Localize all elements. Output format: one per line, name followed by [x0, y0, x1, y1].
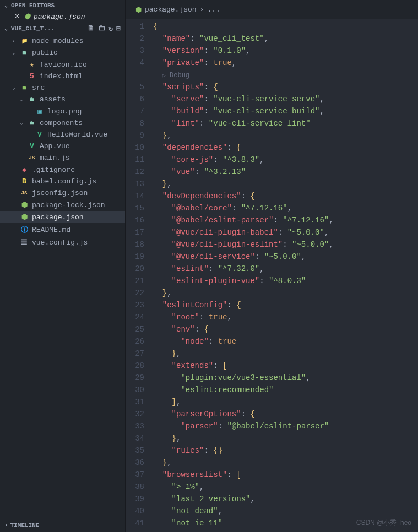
ic-vue-icon: V	[28, 142, 36, 150]
tree-item[interactable]: VHelloWorld.vue	[0, 129, 125, 140]
line-gutter: 1234567891011121314151617181920212223242…	[126, 19, 153, 532]
chevron-icon: ⌄	[11, 50, 17, 56]
tree-item[interactable]: Bbabel.config.js	[0, 176, 125, 187]
ic-folder-icon: 📁	[20, 38, 29, 44]
ic-folder-icon: 🖿	[28, 96, 36, 102]
sidebar: ⌄ OPEN EDITORS × ⬢ package.json ⌄ VUE_CL…	[0, 0, 126, 532]
tree-item[interactable]: ◆.gitignore	[0, 164, 125, 176]
tree-item-label: index.html	[40, 72, 83, 80]
breadcrumb-rest[interactable]: ...	[207, 6, 220, 14]
open-editor-item[interactable]: × ⬢ package.json	[0, 11, 125, 22]
watermark: CSDN @小秀_heo	[356, 518, 411, 528]
chevron-icon: ⌄	[11, 85, 17, 91]
tree-item[interactable]: JSjsconfig.json	[0, 187, 125, 199]
close-icon[interactable]: ×	[13, 12, 21, 21]
tree-item[interactable]: ☰vue.config.js	[0, 236, 125, 248]
ic-npm-icon: ⬢	[20, 200, 29, 209]
tree-item-label: .gitignore	[32, 166, 75, 174]
explorer-title: VUE_CLI_T...	[11, 25, 88, 32]
tree-item-label: assets	[40, 95, 66, 104]
ic-conf-icon: ☰	[20, 238, 29, 247]
ic-src-icon: 🖿	[20, 85, 29, 91]
tree-item-label: logo.png	[47, 107, 82, 116]
tree-item-label: package.json	[32, 213, 84, 221]
refresh-icon[interactable]: ↻	[108, 24, 113, 33]
tree-item[interactable]: ⌄🖿assets	[0, 94, 125, 105]
ic-png-icon: ▣	[35, 107, 44, 116]
ic-folder-icon: 🖿	[20, 50, 29, 56]
tree-item-label: public	[32, 48, 58, 57]
tree-item-label: babel.config.js	[32, 177, 96, 186]
tree-item[interactable]: ⌄🖿public	[0, 47, 125, 58]
tree-item-label: vue.config.js	[32, 238, 88, 247]
open-editors-header[interactable]: ⌄ OPEN EDITORS	[0, 0, 125, 11]
tree-item-label: components	[40, 119, 83, 127]
ic-json2-icon: JS	[20, 191, 29, 196]
tree-item-label: main.js	[40, 154, 70, 162]
new-file-icon[interactable]: 🗎	[88, 24, 95, 33]
tree-item[interactable]: ⌄🖿components	[0, 117, 125, 129]
explorer-header[interactable]: ⌄ VUE_CLI_T... 🗎 🗀 ↻ ⊟	[0, 22, 125, 35]
ic-html-icon: 5	[28, 72, 36, 80]
ic-babel-icon: B	[20, 177, 29, 186]
ic-git-icon: ◆	[20, 165, 29, 174]
tree-item[interactable]: ⬢package-lock.json	[0, 199, 125, 211]
tree-item[interactable]: 5index.html	[0, 70, 125, 82]
tab-label: package.json	[145, 6, 197, 14]
code-editor[interactable]: 1234567891011121314151617181920212223242…	[126, 19, 418, 532]
tree-item-label: README.md	[32, 226, 70, 234]
tree-item[interactable]: ★favicon.ico	[0, 58, 125, 70]
collapse-icon[interactable]: ⊟	[116, 24, 121, 33]
tree-item-label: jsconfig.json	[32, 189, 88, 197]
tree-item-label: HelloWorld.vue	[47, 131, 107, 139]
timeline-label: TIMELINE	[10, 522, 40, 529]
new-folder-icon[interactable]: 🗀	[98, 24, 105, 33]
tree-item-label: favicon.ico	[40, 61, 87, 69]
ic-info-icon: ⓘ	[20, 225, 29, 235]
chevron-down-icon: ⌄	[4, 25, 11, 32]
editor-area: ⬢ package.json › ... 1234567891011121314…	[126, 0, 418, 532]
tree-item[interactable]: ›📁node_modules	[0, 35, 125, 47]
ic-js-icon: JS	[28, 155, 36, 161]
tree-item[interactable]: JSmain.js	[0, 152, 125, 164]
tab-bar: ⬢ package.json › ...	[126, 0, 418, 19]
tree-item[interactable]: VApp.vue	[0, 140, 125, 152]
tree-item[interactable]: ⌄🖿src	[0, 82, 125, 94]
timeline-header[interactable]: › TIMELINE	[0, 519, 125, 532]
chevron-icon: ⌄	[19, 96, 24, 102]
ic-vue-icon: V	[35, 131, 44, 139]
tree-item[interactable]: ⓘREADME.md	[0, 223, 125, 236]
tree-item-label: package-lock.json	[32, 201, 105, 209]
tree-item-label: node_modules	[32, 37, 84, 45]
open-editors-title: OPEN EDITORS	[11, 2, 121, 9]
chevron-right-icon: ›	[4, 522, 8, 529]
tree-item[interactable]: ▣logo.png	[0, 105, 125, 117]
tree-item[interactable]: ⬢package.json	[0, 211, 125, 223]
chevron-icon: ⌄	[19, 120, 24, 126]
ic-folder-icon: 🖿	[28, 120, 36, 126]
open-editor-name: package.json	[34, 13, 85, 21]
npm-icon: ⬢	[24, 12, 30, 21]
code-content[interactable]: { "name": "vue_cli_test", "version": "0.…	[153, 19, 418, 532]
chevron-icon: ›	[11, 39, 17, 44]
breadcrumb-separator: ›	[200, 6, 204, 14]
tree-item-label: src	[32, 84, 45, 92]
tree-item-label: App.vue	[40, 142, 70, 150]
tab-package-json[interactable]: ⬢ package.json › ...	[130, 6, 226, 14]
chevron-down-icon: ⌄	[4, 2, 11, 9]
file-tree: ›📁node_modules⌄🖿public★favicon.ico5index…	[0, 35, 125, 248]
ic-fav-icon: ★	[28, 60, 36, 69]
npm-icon: ⬢	[135, 6, 142, 14]
ic-npm-icon: ⬢	[20, 213, 29, 221]
